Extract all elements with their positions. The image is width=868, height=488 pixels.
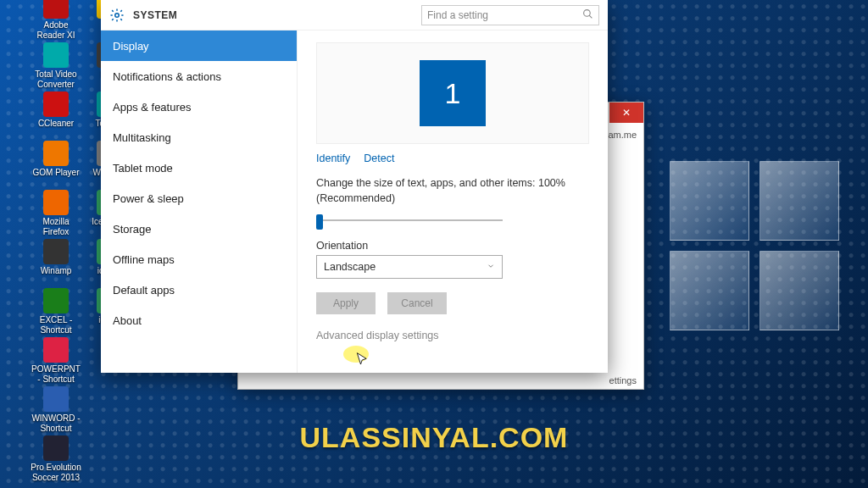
sidebar-item-multitasking[interactable]: Multitasking: [101, 122, 297, 152]
sidebar-item-default-apps[interactable]: Default apps: [101, 274, 297, 305]
monitor-preview-area: 1: [316, 42, 589, 144]
desktop-icon-label: Winamp: [30, 266, 82, 276]
display-settings-panel: 1 Identify Detect Change the size of tex…: [298, 30, 608, 373]
settings-window: SYSTEM Find a setting DisplayNotificatio…: [101, 0, 608, 373]
detect-link[interactable]: Detect: [364, 152, 394, 164]
bg-url-fragment: am.me: [608, 130, 637, 140]
search-icon: [582, 8, 593, 22]
sidebar-item-offline-maps[interactable]: Offline maps: [101, 244, 297, 274]
gear-icon: [109, 8, 125, 23]
chevron-down-icon: [487, 261, 495, 273]
desktop-icon[interactable]: CCleaner: [30, 92, 82, 129]
desktop-icon[interactable]: POWERPNT - Shortcut: [30, 337, 82, 384]
svg-point-1: [584, 9, 591, 16]
sidebar-item-notifications-actions[interactable]: Notifications & actions: [101, 61, 297, 92]
desktop-icon[interactable]: EXCEL - Shortcut: [30, 288, 82, 335]
desktop-icon-label: POWERPNT - Shortcut: [30, 364, 82, 384]
sidebar-item-tablet-mode[interactable]: Tablet mode: [101, 152, 297, 183]
desktop-icon[interactable]: Adobe Reader XI: [30, 0, 82, 40]
sidebar-item-storage[interactable]: Storage: [101, 214, 297, 244]
identify-link[interactable]: Identify: [316, 152, 350, 164]
bg-footer-text: ettings: [609, 375, 637, 385]
apply-button[interactable]: Apply: [316, 292, 376, 314]
orientation-value: Landscape: [324, 261, 376, 273]
desktop-icon[interactable]: Winamp: [30, 239, 82, 276]
desktop-icon-label: GOM Player: [30, 168, 82, 178]
desktop-icon[interactable]: GOM Player: [30, 141, 82, 178]
monitor-1[interactable]: 1: [420, 60, 486, 126]
orientation-dropdown[interactable]: Landscape: [316, 255, 503, 279]
close-button[interactable]: ✕: [609, 103, 643, 123]
scale-label: Change the size of text, apps, and other…: [316, 176, 589, 206]
svg-point-0: [115, 13, 120, 17]
sidebar-item-apps-features[interactable]: Apps & features: [101, 92, 297, 122]
orientation-label: Orientation: [316, 240, 589, 252]
window-title: SYSTEM: [133, 9, 177, 21]
search-placeholder: Find a setting: [427, 9, 488, 21]
sidebar-item-display[interactable]: Display: [101, 30, 297, 61]
cancel-button[interactable]: Cancel: [387, 292, 447, 314]
desktop-icon-label: Adobe Reader XI: [30, 20, 82, 40]
advanced-display-settings-link[interactable]: Advanced display settings: [316, 330, 589, 341]
sidebar-item-power-sleep[interactable]: Power & sleep: [101, 183, 297, 214]
settings-sidebar: DisplayNotifications & actionsApps & fea…: [101, 30, 298, 373]
sidebar-item-about[interactable]: About: [101, 305, 297, 336]
desktop-icon[interactable]: Total Video Converter: [30, 42, 82, 89]
desktop-icon-label: Total Video Converter: [30, 69, 82, 89]
watermark-text: ULASSINYAL.COM: [0, 421, 868, 454]
desktop-icon[interactable]: Mozilla Firefox: [30, 190, 82, 236]
desktop-icon-label: EXCEL - Shortcut: [30, 315, 82, 335]
scale-slider[interactable]: [316, 214, 503, 226]
svg-line-2: [589, 15, 592, 18]
desktop-icon-label: Mozilla Firefox: [30, 217, 82, 236]
search-input[interactable]: Find a setting: [421, 5, 599, 25]
desktop-icon-label: CCleaner: [30, 119, 82, 129]
titlebar: SYSTEM Find a setting: [101, 0, 608, 30]
desktop-icon-label: Pro Evolution Soccer 2013: [30, 463, 82, 482]
